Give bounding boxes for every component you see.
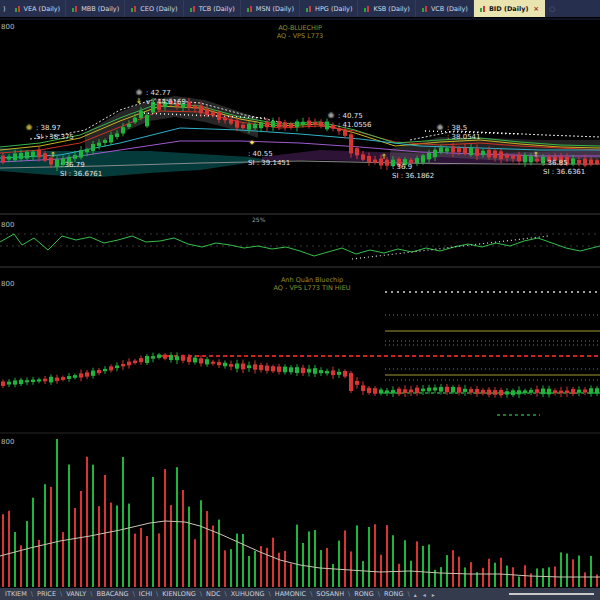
price-annotation-line: : 40.75 <box>338 112 372 121</box>
price-annotation-line: : 40.55 <box>248 150 290 159</box>
signal-pane-title: Anh Quân Bluechip AQ - VPS L773 TIN HIEU <box>212 277 412 292</box>
sheet-nav-icon-1[interactable]: ◂ <box>420 591 429 598</box>
sheet-nav-icon-0[interactable]: ▴ <box>411 591 420 598</box>
price-annotation-line: : 38.0541 <box>447 133 481 142</box>
sheet-tab-vanly[interactable]: VANLY <box>63 590 89 598</box>
horizontal-scrollbar[interactable] <box>438 588 598 600</box>
sheet-tab-price[interactable]: PRICE <box>34 590 59 598</box>
sheet-nav-icon-2[interactable]: ▸ <box>429 591 438 598</box>
price-annotation-line: : 36.79 <box>60 161 102 170</box>
price-annotation-line: SI : 38.375 <box>36 133 74 142</box>
close-tab-icon[interactable]: × <box>533 5 539 13</box>
chart-tab-icon <box>130 5 138 13</box>
chart-tab-icon <box>189 5 197 13</box>
tab-label: TCB (Daily) <box>199 5 235 13</box>
price-annotation: : 36.85SI : 36.6361 <box>543 159 585 176</box>
tab-msn[interactable]: MSN (Daily) <box>241 0 300 17</box>
price-annotation: : 40.55SI : 39.1451 <box>248 150 290 167</box>
active-tab-label: BID (Daily) <box>489 5 528 13</box>
tab-label: HPG (Daily) <box>315 5 352 13</box>
chart-tab-icon <box>421 5 429 13</box>
chart-canvas[interactable] <box>0 0 600 600</box>
arrow-up-icon: ↑ <box>381 154 387 161</box>
sheet-tab-kienlong[interactable]: KIENLONG <box>159 590 199 598</box>
tab-label: VCB (Daily) <box>431 5 468 13</box>
price-annotation-line: SI : 36.1862 <box>392 172 434 181</box>
tab-label: VEA (Daily) <box>24 5 61 13</box>
sheet-tab-bar: ITKIEM\PRICE\VANLY\BBACANG\ICHI\KIENLONG… <box>0 588 600 600</box>
chart-tab-icon <box>479 5 487 13</box>
sheet-tab-rong[interactable]: RONG <box>381 590 407 598</box>
arrow-up-icon: ↑ <box>50 152 56 159</box>
price-annotation-line: v : 44.6169 <box>146 98 186 107</box>
signal-dot-icon: ◉ <box>26 124 32 131</box>
tab-vcb[interactable]: VCB (Daily) <box>416 0 474 17</box>
price-annotation-line: SI : 39.1451 <box>248 159 290 168</box>
new-tab-button[interactable]: ○ <box>545 0 559 17</box>
chart-tab-icon <box>71 5 79 13</box>
chart-tab-bar: ) VEA (Daily)MBB (Daily)CEO (Daily)TCB (… <box>0 0 600 17</box>
tab-strip: VEA (Daily)MBB (Daily)CEO (Daily)TCB (Da… <box>9 0 560 17</box>
sheet-tab-ndc[interactable]: NDC <box>203 590 223 598</box>
main-pane-title: AQ-BLUECHIP AQ - VPS L773 <box>200 25 400 40</box>
price-annotation: : 40.75: 41.0556 <box>338 112 372 129</box>
tab-ceo[interactable]: CEO (Daily) <box>125 0 183 17</box>
price-annotation-line: SI : 36.6761 <box>60 170 102 179</box>
tab-vea[interactable]: VEA (Daily) <box>9 0 67 17</box>
price-annotation-line: : 42.77 <box>146 89 186 98</box>
chart-tab-icon <box>246 5 254 13</box>
sheet-tab-rong[interactable]: RONG <box>351 590 377 598</box>
price-annotation: : 36.9SI : 36.1862 <box>392 163 434 180</box>
price-annotation: : 36.79SI : 36.6761 <box>60 161 102 178</box>
star-icon: ✦ <box>249 140 255 147</box>
price-annotation-line: : 38.5 <box>447 124 481 133</box>
volume-pane-axis-label: 800 <box>1 438 14 446</box>
sheet-tab-hamonic[interactable]: HAMONIC <box>272 590 309 598</box>
trading-app-window: ) VEA (Daily)MBB (Daily)CEO (Daily)TCB (… <box>0 0 600 600</box>
tab-label: KSB (Daily) <box>373 5 409 13</box>
price-annotation-line: SI : 36.6361 <box>543 168 585 177</box>
sheet-nav-buttons: ▴◂▸ <box>411 591 438 598</box>
tab-bid-active[interactable]: BID (Daily)× <box>474 0 545 17</box>
price-annotation: : 38.97SI : 38.375 <box>36 124 74 141</box>
oscillator-percent-label: 25% <box>252 216 265 223</box>
arrow-down-icon: ↓ <box>136 98 142 105</box>
tab-label: MSN (Daily) <box>256 5 294 13</box>
signal-dot-icon: ◉ <box>437 124 443 131</box>
signal-pane-title-line2: AQ - VPS L773 TIN HIEU <box>212 285 412 293</box>
price-annotation-line: : 41.0556 <box>338 121 372 130</box>
tab-label: CEO (Daily) <box>140 5 177 13</box>
price-annotation-line: : 36.85 <box>543 159 585 168</box>
tab-tcb[interactable]: TCB (Daily) <box>184 0 241 17</box>
oscillator-pane-axis-label: 800 <box>1 221 14 229</box>
signal-pane-axis-label: 800 <box>1 280 14 288</box>
price-annotation: : 42.77v : 44.6169 <box>146 89 186 106</box>
sheet-tab-bbacang[interactable]: BBACANG <box>93 590 131 598</box>
truncated-tab[interactable]: ) <box>0 0 9 17</box>
main-pane-title-line2: AQ - VPS L773 <box>200 33 400 41</box>
sheet-tab-ichi[interactable]: ICHI <box>136 590 155 598</box>
arrow-up-icon: ↑ <box>533 152 539 159</box>
sheet-strip: ITKIEM\PRICE\VANLY\BBACANG\ICHI\KIENLONG… <box>2 590 411 598</box>
tab-mbb[interactable]: MBB (Daily) <box>66 0 125 17</box>
sheet-tab-xuhuong[interactable]: XUHUONG <box>228 590 268 598</box>
price-annotation-line: : 36.9 <box>392 163 434 172</box>
main-pane-axis-label: 800 <box>1 23 14 31</box>
price-annotation: : 38.5: 38.0541 <box>447 124 481 141</box>
chart-tab-icon <box>363 5 371 13</box>
tab-ksb[interactable]: KSB (Daily) <box>358 0 415 17</box>
chart-tab-icon <box>305 5 313 13</box>
tab-label: MBB (Daily) <box>81 5 119 13</box>
sheet-tab-itkiem[interactable]: ITKIEM <box>2 590 30 598</box>
price-annotation-line: : 38.97 <box>36 124 74 133</box>
scrollbar-thumb[interactable] <box>509 593 594 595</box>
tab-hpg[interactable]: HPG (Daily) <box>300 0 358 17</box>
chart-tab-icon <box>14 5 22 13</box>
signal-dot-icon: ◉ <box>328 112 334 119</box>
sheet-tab-sosanh[interactable]: SOSANH <box>313 590 347 598</box>
signal-dot-icon: ◉ <box>136 89 142 96</box>
